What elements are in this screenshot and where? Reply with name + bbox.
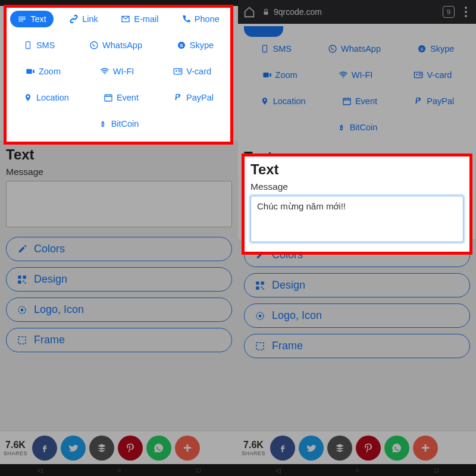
android-nav-r: ◁○□ [238, 464, 476, 476]
svg-point-27 [176, 70, 177, 72]
svg-rect-40 [343, 98, 350, 105]
share-bar: 7.6K SHARES + [0, 431, 238, 464]
svg-rect-30 [264, 11, 268, 14]
share-whatsapp[interactable] [146, 436, 171, 461]
message-input[interactable] [6, 181, 232, 227]
svg-rect-36 [263, 73, 268, 77]
left-screenshot: Text Link E-mail Phone SMS WhatsApp SSky… [0, 0, 238, 476]
type-zoom-r[interactable]: Zoom [255, 67, 305, 83]
highlight-cutout-r: Text Message Chúc mừng năm mới!! [245, 156, 469, 252]
option-frame[interactable]: Frame [6, 328, 232, 352]
share-twitter[interactable] [61, 436, 86, 461]
partial-active-chip [238, 24, 476, 39]
svg-text:S: S [420, 46, 424, 52]
svg-rect-18 [18, 337, 26, 344]
share-twitter-r[interactable] [299, 436, 324, 461]
option-logo-r[interactable]: Logo, Icon [244, 303, 470, 328]
lock-icon [262, 8, 270, 16]
share-pinterest-r[interactable] [356, 436, 381, 461]
share-whatsapp-r[interactable] [384, 436, 409, 461]
option-design-label: Design [34, 273, 67, 286]
svg-point-39 [416, 74, 418, 76]
share-bar-r: 7.6KSHARES + [238, 431, 476, 464]
svg-text:S: S [180, 43, 183, 48]
share-buffer-r[interactable] [327, 436, 352, 461]
message-label: Message [6, 167, 232, 177]
option-colors[interactable]: Colors [6, 237, 232, 261]
url-display[interactable]: 9qrcode.com [262, 7, 437, 17]
svg-point-21 [90, 42, 98, 49]
frame-icon [16, 334, 28, 346]
browser-menu[interactable] [461, 7, 471, 17]
option-frame-r[interactable]: Frame [244, 334, 470, 358]
option-logo-label: Logo, Icon [34, 303, 84, 316]
badge-icon [16, 304, 28, 316]
share-count: 7.6K SHARES [4, 440, 27, 456]
status-bar [0, 0, 238, 6]
type-sms-r[interactable]: SMS [253, 40, 299, 57]
share-more-r[interactable]: + [413, 436, 438, 461]
share-count-label: SHARES [4, 450, 27, 456]
option-colors-label: Colors [34, 243, 65, 255]
share-facebook[interactable] [32, 436, 57, 461]
share-pinterest[interactable] [118, 436, 143, 461]
option-design-r[interactable]: Design [244, 273, 470, 298]
right-screenshot: 9qrcode.com 9 SMS WhatsApp SSkype Zoom W… [238, 0, 476, 476]
type-grid-right: SMS WhatsApp SSkype Zoom WI-FI V-card Lo… [238, 39, 476, 143]
share-more[interactable]: + [175, 436, 200, 461]
svg-point-25 [104, 73, 105, 74]
svg-rect-11 [18, 275, 21, 278]
svg-rect-12 [23, 275, 26, 278]
section-title: Text [6, 146, 232, 163]
svg-rect-24 [26, 69, 32, 74]
type-paypal-r[interactable]: PayPal [406, 93, 461, 109]
options-list-r: Colors Design Logo, Icon Frame [238, 239, 476, 358]
svg-point-37 [343, 77, 344, 78]
type-whatsapp-r[interactable]: WhatsApp [321, 40, 388, 57]
svg-rect-15 [25, 282, 26, 283]
android-nav: ◁○□ [0, 464, 238, 476]
text-section: Text Message [0, 140, 238, 233]
url-text: 9qrcode.com [274, 7, 322, 17]
svg-text:₿: ₿ [340, 124, 343, 131]
type-location-r[interactable]: Location [253, 93, 313, 109]
svg-rect-46 [263, 288, 264, 289]
option-logo[interactable]: Logo, Icon [6, 298, 232, 322]
tab-count[interactable]: 9 [443, 6, 455, 18]
option-frame-label: Frame [34, 334, 65, 346]
type-vcard-r[interactable]: V-card [406, 67, 459, 83]
type-event-r[interactable]: Event [335, 93, 384, 109]
svg-rect-44 [256, 286, 259, 289]
svg-rect-13 [18, 280, 21, 283]
svg-rect-42 [256, 281, 259, 284]
svg-rect-49 [256, 343, 264, 350]
svg-point-17 [21, 308, 24, 311]
eyedropper-icon [16, 243, 28, 255]
type-wifi-r[interactable]: WI-FI [331, 67, 380, 83]
home-icon[interactable] [243, 5, 256, 18]
type-bitcoin-r[interactable]: ₿BitCoin [330, 119, 385, 136]
share-buffer[interactable] [89, 436, 114, 461]
share-facebook-r[interactable] [270, 436, 295, 461]
svg-point-32 [264, 51, 265, 52]
svg-rect-28 [105, 95, 112, 101]
svg-rect-14 [23, 280, 24, 281]
qr-icon [16, 274, 28, 286]
svg-rect-45 [261, 286, 262, 287]
highlight-cutout: Text Link E-mail Phone SMS WhatsApp SSky… [5, 6, 232, 143]
option-design[interactable]: Design [6, 267, 232, 292]
svg-text:₿: ₿ [101, 120, 105, 127]
plus-icon: + [183, 440, 192, 456]
svg-point-33 [329, 45, 336, 52]
options-list: Colors Design Logo, Icon Frame [0, 233, 238, 352]
type-skype-r[interactable]: SSkype [410, 40, 461, 57]
svg-point-20 [27, 48, 28, 48]
svg-rect-43 [261, 281, 264, 284]
share-count-number: 7.6K [5, 440, 26, 450]
svg-point-48 [259, 314, 262, 317]
browser-address-bar: 9qrcode.com 9 [238, 0, 476, 24]
